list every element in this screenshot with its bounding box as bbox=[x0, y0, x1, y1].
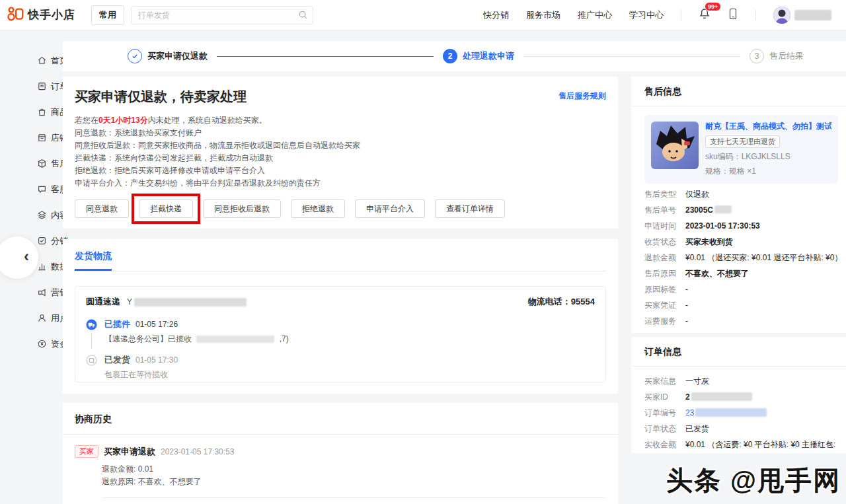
top-bar: 快手小店 常用 快分销 服务市场 推广中心 学习中心 99+ bbox=[0, 0, 846, 30]
refund-reason-line: 退款原因: 不喜欢、不想要了 bbox=[102, 476, 606, 488]
sidebar-item-aftersale[interactable]: 售后 bbox=[0, 151, 63, 176]
top-right-nav: 快分销 服务市场 推广中心 学习中心 99+ bbox=[483, 7, 846, 24]
view-order-detail-button[interactable]: 查看订单详情 bbox=[435, 199, 505, 218]
step-process-refund: 2 处理退款申请 bbox=[443, 49, 514, 63]
redacted-phone bbox=[196, 336, 274, 343]
quick-access-button[interactable]: 常用 bbox=[91, 5, 124, 25]
field-buyer-proof: 买家凭证- bbox=[644, 301, 838, 310]
page-title: 买家申请仅退款，待卖家处理 bbox=[75, 88, 247, 106]
field-aftersale-number: 售后单号23005C bbox=[644, 205, 838, 215]
carrier-name: 圆通速递 bbox=[86, 296, 120, 308]
history-entry: 买家 买家申请退款 2023-01-05 17:30:53 退款金额: 0.01… bbox=[75, 445, 606, 498]
brand-logo[interactable]: 快手小店 bbox=[7, 5, 75, 25]
sidebar-item-content[interactable]: 内容 bbox=[0, 202, 63, 228]
panel-title: 售后信息 bbox=[631, 77, 846, 106]
redacted-digits bbox=[714, 205, 732, 213]
history-action: 买家申请退款 bbox=[104, 446, 155, 458]
watermark-toutiao-shuaishou: 头条 @甩手网 bbox=[666, 462, 841, 499]
countdown-line: 若您在0天1小时13分内未处理，系统自动退款给买家。 bbox=[75, 114, 606, 127]
aftersale-rules-link[interactable]: 售后服务规则 bbox=[558, 90, 606, 102]
step-connector bbox=[217, 56, 434, 57]
field-aftersale-reason: 售后原因不喜欢、不想要了 bbox=[644, 269, 838, 279]
action-buttons: 同意退款 拦截快递 同意拒收后退款 拒绝退款 申请平台介入 查看订单详情 bbox=[75, 199, 606, 218]
reject-refund-button[interactable]: 拒绝退款 bbox=[291, 199, 345, 218]
intercept-express-button[interactable]: 拦截快递 bbox=[139, 199, 193, 218]
logistics-detail-box: 圆通速递 Y 物流电话：95554 已揽件01-05 17:26 【速递总务公司… bbox=[75, 286, 606, 382]
divider bbox=[102, 497, 606, 498]
timeline-connector bbox=[91, 333, 92, 349]
product-card: 耐克【王禹、商品模式、勿拍】测试商品 支持七天无理由退货 sku编码：LKGJK… bbox=[644, 115, 838, 184]
brand-title: 快手小店 bbox=[28, 7, 75, 22]
shipping-logistics-card: 发货物流 圆通速递 Y 物流电话：95554 已揽件01-05 17:26 bbox=[63, 239, 618, 394]
goods-icon bbox=[37, 107, 47, 117]
content-icon bbox=[37, 210, 47, 220]
product-title-link[interactable]: 耐克【王禹、商品模式、勿拍】测试商品 bbox=[705, 122, 831, 131]
desc-line: 同意退款：系统退款给买家支付账户 bbox=[75, 127, 606, 139]
mobile-app-icon[interactable] bbox=[728, 8, 738, 22]
distribution-icon bbox=[37, 236, 47, 246]
search-input[interactable] bbox=[131, 6, 313, 24]
order-icon bbox=[37, 81, 47, 91]
redacted-buyer-id bbox=[691, 392, 752, 401]
notification-bell-icon[interactable]: 99+ bbox=[699, 8, 711, 22]
nav-distribution[interactable]: 快分销 bbox=[483, 9, 509, 21]
redacted-account-name bbox=[794, 10, 831, 20]
notification-count-badge: 99+ bbox=[705, 2, 721, 11]
history-timestamp: 2023-01-05 17:30:53 bbox=[161, 447, 234, 456]
logistics-phone: 物流电话：95554 bbox=[528, 296, 595, 308]
product-sku: sku编码：LKGJKLSLLS bbox=[705, 151, 831, 162]
step-aftersale-result: 3 售后结果 bbox=[750, 49, 804, 63]
buyer-role-badge: 买家 bbox=[75, 445, 98, 458]
sidebar-item-orders[interactable]: 订单 bbox=[0, 73, 63, 99]
divider bbox=[755, 10, 756, 20]
field-buyer-info: 买家信息一寸灰 bbox=[644, 377, 838, 386]
account-menu[interactable] bbox=[773, 7, 831, 24]
nav-learning-center[interactable]: 学习中心 bbox=[629, 9, 664, 21]
nav-service-market[interactable]: 服务市场 bbox=[526, 9, 560, 21]
shop-icon bbox=[37, 133, 47, 143]
sidebar-item-users[interactable]: 用户 bbox=[0, 305, 63, 331]
data-icon bbox=[37, 262, 47, 271]
tracking-number: Y bbox=[127, 297, 132, 306]
step-buyer-applied: 买家申请仅退款 bbox=[128, 49, 208, 63]
service-icon bbox=[37, 184, 47, 194]
refund-amount-line: 退款金额: 0.01 bbox=[102, 463, 606, 476]
step-number-circle: 2 bbox=[443, 49, 457, 63]
progress-steps-bar: 买家申请仅退款 2 处理退款申请 3 售后结果 bbox=[63, 41, 846, 71]
agree-reject-then-refund-button[interactable]: 同意拒收后退款 bbox=[203, 199, 281, 218]
desc-line: 同意拒收后退款：同意买家拒收商品，物流显示拒收或退回信息后自动退款给买家 bbox=[75, 139, 606, 152]
sidebar-item-funds[interactable]: 资金 bbox=[0, 331, 63, 357]
negotiation-history-card: 协商历史 买家 买家申请退款 2023-01-05 17:30:53 退款金额:… bbox=[63, 403, 618, 504]
field-reason-tag: 原因标签- bbox=[644, 285, 838, 295]
field-paid-amount: 实收金额¥0.01 （含运费: ¥0 平台补贴: ¥0 主播红包: ¥0 bbox=[644, 440, 838, 450]
desc-line: 拦截快递：系统向快递公司发起拦截，拦截成功自动退款 bbox=[75, 152, 606, 164]
agree-refund-button[interactable]: 同意退款 bbox=[75, 199, 129, 218]
timeline-event-shipped: 已发货01-05 17:30 包裹正在等待揽收 bbox=[86, 354, 595, 380]
avatar bbox=[773, 7, 790, 24]
refund-descriptions: 若您在0天1小时13分内未处理，系统自动退款给买家。 同意退款：系统退款给买家支… bbox=[75, 114, 606, 190]
tab-shipping-logistics[interactable]: 发货物流 bbox=[75, 250, 112, 271]
field-order-status: 订单状态已发货 bbox=[644, 424, 838, 434]
field-buyer-id: 买家ID2 bbox=[644, 392, 838, 402]
sidebar-item-shop[interactable]: 店铺 bbox=[0, 125, 63, 151]
panel-title: 订单信息 bbox=[631, 337, 846, 367]
field-receive-status: 收货状态买家未收到货 bbox=[644, 237, 838, 247]
step-connector bbox=[523, 56, 740, 57]
timeline-event-collected: 已揽件01-05 17:26 【速递总务公司】已揽收 ,7) bbox=[86, 318, 595, 344]
field-order-number: 订单编号23 bbox=[644, 408, 838, 418]
kuaishou-logo-icon bbox=[7, 5, 24, 25]
sidebar-item-products[interactable]: 商品 bbox=[0, 99, 63, 125]
home-icon bbox=[37, 55, 47, 65]
sidebar-item-marketing[interactable]: 营销 bbox=[0, 279, 63, 305]
search-box bbox=[131, 6, 313, 24]
package-icon bbox=[86, 355, 97, 369]
sidebar-item-home[interactable]: 首页 bbox=[0, 48, 63, 73]
main-content: 买家申请仅退款，待卖家处理 售后服务规则 若您在0天1小时13分内未处理，系统自… bbox=[63, 77, 618, 504]
truck-icon bbox=[86, 319, 97, 333]
product-thumbnail bbox=[651, 122, 699, 169]
apply-platform-intervention-button[interactable]: 申请平台介入 bbox=[355, 199, 425, 218]
sidebar-item-customer-service[interactable]: 客服 bbox=[0, 176, 63, 202]
nav-promotion-center[interactable]: 推广中心 bbox=[578, 9, 612, 21]
logistics-timeline: 已揽件01-05 17:26 【速递总务公司】已揽收 ,7) 已发货01-05 … bbox=[86, 318, 595, 380]
search-icon[interactable] bbox=[298, 10, 308, 22]
